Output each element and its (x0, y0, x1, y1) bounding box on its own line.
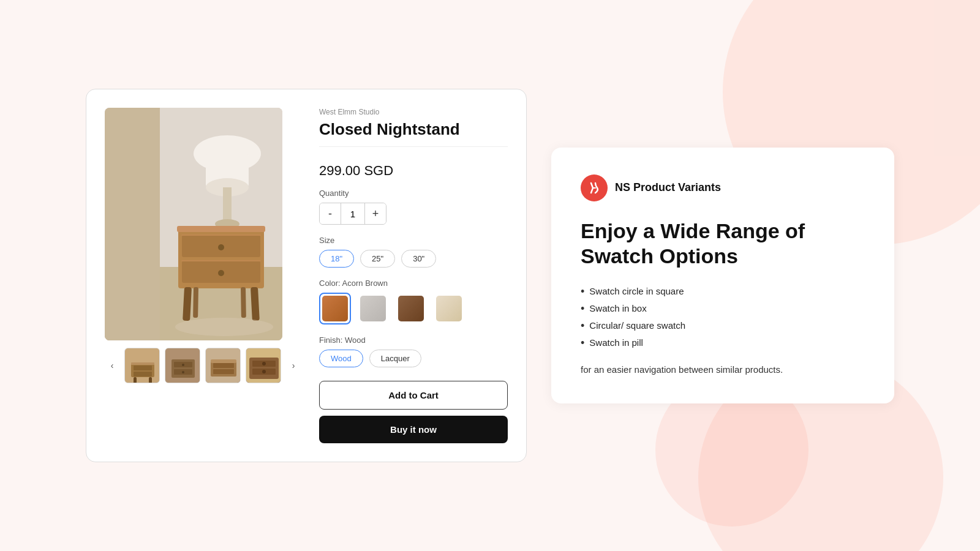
svg-point-22 (175, 318, 273, 336)
svg-rect-21 (241, 287, 246, 318)
svg-rect-27 (134, 372, 152, 377)
thumb-next-button[interactable]: › (286, 358, 301, 373)
info-card-header: NS Product Variants (581, 174, 865, 201)
color-swatch-gray[interactable] (357, 293, 389, 324)
color-options (319, 293, 508, 324)
color-section: Color: Acorn Brown (319, 279, 508, 324)
svg-rect-16 (181, 260, 261, 261)
add-to-cart-button[interactable]: Add to Cart (319, 381, 508, 410)
size-option-25[interactable]: 25" (360, 250, 395, 268)
image-section: ‹ (105, 108, 301, 443)
quantity-value: 1 (341, 203, 365, 224)
svg-point-17 (218, 270, 224, 276)
svg-rect-39 (213, 363, 234, 368)
color-label: Color: Acorn Brown (319, 279, 508, 288)
size-option-18[interactable]: 18" (319, 250, 354, 268)
size-section: Size 18" 25" 30" (319, 236, 508, 268)
svg-rect-40 (213, 369, 234, 374)
color-swatch-inner (360, 296, 386, 321)
brand-name: West Elmm Studio (319, 108, 508, 116)
color-swatch-birch[interactable] (433, 293, 465, 324)
svg-rect-25 (131, 362, 154, 365)
size-label: Size (319, 236, 508, 245)
product-title: Closed Nightstand (319, 120, 508, 147)
svg-point-45 (262, 362, 266, 365)
color-swatch-walnut[interactable] (395, 293, 427, 324)
svg-rect-20 (193, 287, 198, 318)
feature-item-4: Swatch in pill (581, 337, 865, 348)
product-card: ‹ (86, 89, 527, 462)
svg-point-35 (182, 371, 184, 373)
svg-point-14 (218, 244, 224, 250)
svg-rect-28 (134, 377, 137, 383)
info-card-title: Enjoy a Wide Range of Swatch Options (581, 219, 865, 269)
feature-item-1: Swatch circle in square (581, 286, 865, 297)
svg-point-46 (262, 370, 266, 373)
finish-section: Finish: Wood Wood Lacquer (319, 335, 508, 367)
thumbnail-3[interactable] (205, 348, 241, 383)
thumbnail-4[interactable] (246, 348, 281, 383)
info-card-footer: for an easier navigation between similar… (581, 363, 865, 377)
product-details: West Elmm Studio Closed Nightstand 299.0… (319, 108, 508, 443)
feature-item-3: Circular/ square swatch (581, 320, 865, 331)
quantity-decrement-button[interactable]: - (320, 203, 341, 224)
buy-now-button[interactable]: Buy it now (319, 416, 508, 443)
finish-option-wood[interactable]: Wood (319, 350, 363, 367)
quantity-label: Quantity (319, 189, 508, 198)
info-card: NS Product Variants Enjoy a Wide Range o… (551, 148, 894, 403)
finish-options: Wood Lacquer (319, 350, 508, 367)
svg-rect-11 (177, 226, 265, 232)
color-swatch-inner (398, 296, 424, 321)
svg-rect-13 (181, 234, 261, 236)
feature-item-2: Swatch in box (581, 303, 865, 314)
thumb-prev-button[interactable]: ‹ (105, 358, 119, 373)
svg-rect-26 (134, 365, 152, 370)
size-options: 18" 25" 30" (319, 250, 508, 268)
color-swatch-inner (322, 296, 348, 321)
feature-list: Swatch circle in square Swatch in box Ci… (581, 286, 865, 348)
svg-rect-8 (223, 187, 232, 224)
svg-rect-4 (105, 108, 160, 340)
main-product-image (105, 108, 282, 340)
svg-point-34 (182, 364, 184, 366)
ns-logo-icon (581, 174, 608, 201)
ns-brand-label: NS Product Variants (615, 181, 721, 194)
color-swatch-inner (436, 296, 462, 321)
quantity-control: - 1 + (319, 203, 386, 225)
size-option-30[interactable]: 30" (401, 250, 436, 268)
thumbnail-2[interactable] (165, 348, 200, 383)
svg-rect-29 (149, 377, 152, 383)
quantity-increment-button[interactable]: + (365, 203, 386, 224)
svg-rect-38 (211, 359, 236, 363)
thumbnail-strip: ‹ (105, 348, 301, 383)
thumbnail-1[interactable] (124, 348, 160, 383)
finish-label: Finish: Wood (319, 335, 508, 345)
color-swatch-acorn-brown[interactable] (319, 293, 351, 324)
finish-option-lacquer[interactable]: Lacquer (369, 350, 421, 367)
quantity-section: Quantity - 1 + (319, 189, 508, 225)
product-price: 299.00 SGD (319, 163, 508, 179)
